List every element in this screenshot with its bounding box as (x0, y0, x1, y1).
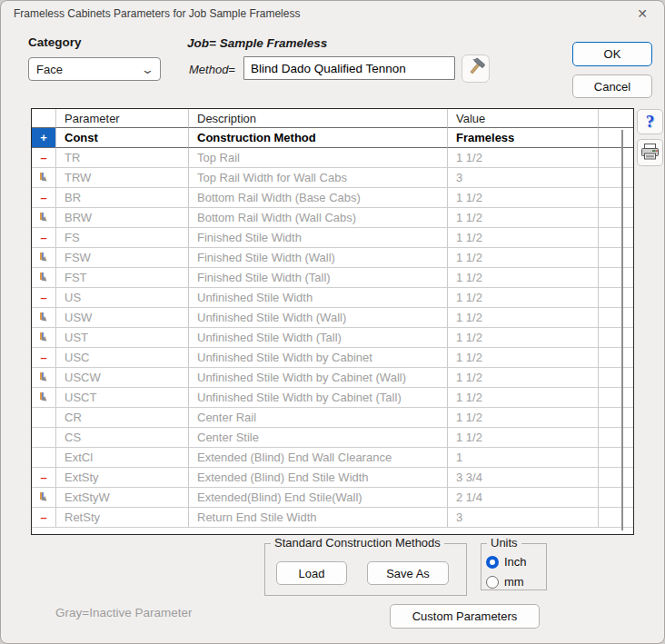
cell-description[interactable]: Extended(Blind) End Stile(Wall) (189, 488, 448, 508)
construction-method-button[interactable] (462, 54, 490, 83)
cell-description[interactable]: Finished Stile Width (189, 228, 448, 248)
collapse-minus-icon[interactable]: – (32, 188, 56, 208)
cell-description[interactable]: Extended (Blind) End Stile Width (189, 468, 448, 488)
cell-value[interactable]: 2 1/4 (448, 488, 599, 508)
cell-description[interactable]: Finished Stile Width (Wall) (189, 248, 448, 268)
cell-description[interactable]: Unfinished Stile Width by Cabinet (Tall) (189, 388, 448, 408)
table-row[interactable]: BRWBottom Rail Width (Wall Cabs)1 1/2 (32, 208, 633, 228)
method-input[interactable] (243, 56, 455, 80)
table-row[interactable]: –TRTop Rail1 1/2 (32, 148, 633, 168)
cell-parameter[interactable]: FST (56, 268, 189, 288)
cell-value[interactable]: 1 1/2 (448, 348, 599, 368)
row-marker-cell[interactable] (32, 388, 56, 408)
cell-parameter[interactable]: ExtSty (56, 468, 189, 488)
cell-description[interactable]: Center Rail (189, 408, 448, 428)
cell-parameter[interactable]: TRW (56, 168, 189, 188)
cell-value[interactable]: 1 1/2 (448, 368, 599, 388)
table-row[interactable]: CRCenter Rail1 1/2 (32, 408, 633, 428)
table-row[interactable]: USCTUnfinished Stile Width by Cabinet (T… (32, 388, 633, 408)
cell-parameter[interactable]: RetSty (56, 508, 189, 528)
close-icon[interactable]: ✕ (631, 5, 653, 22)
collapse-minus-icon[interactable]: – (32, 508, 56, 528)
cell-description[interactable]: Construction Method (189, 128, 448, 148)
table-row[interactable]: CSCenter Stile1 1/2 (32, 428, 633, 448)
cell-parameter[interactable]: USW (56, 308, 189, 328)
cell-parameter[interactable]: UST (56, 328, 189, 348)
cell-value[interactable]: 3 (448, 168, 599, 188)
cell-value[interactable]: 1 1/2 (448, 288, 599, 308)
radio-inch[interactable]: Inch (486, 555, 527, 569)
cell-description[interactable]: Top Rail (189, 148, 448, 168)
cell-value[interactable]: 1 (448, 448, 599, 468)
cell-description[interactable]: Unfinished Stile Width (Tall) (189, 328, 448, 348)
cell-value[interactable]: 1 1/2 (448, 268, 599, 288)
cell-parameter[interactable]: CR (56, 408, 189, 428)
cell-value[interactable]: 1 1/2 (448, 148, 599, 168)
table-row[interactable]: –ExtStyExtended (Blind) End Stile Width3… (32, 468, 633, 488)
table-row[interactable]: ExtClExtended (Blind) End Wall Clearance… (32, 448, 633, 468)
radio-mm[interactable]: mm (486, 575, 524, 589)
cell-parameter[interactable]: BRW (56, 208, 189, 228)
expand-plus-icon[interactable]: + (32, 128, 56, 148)
cell-value[interactable]: 1 1/2 (448, 228, 599, 248)
cell-value[interactable]: 1 1/2 (448, 248, 599, 268)
row-marker-cell[interactable] (32, 168, 56, 188)
cell-description[interactable]: Bottom Rail Width (Wall Cabs) (189, 208, 448, 228)
category-dropdown[interactable]: Face ⌄ (28, 57, 161, 81)
table-row[interactable]: +ConstConstruction MethodFrameless (32, 128, 633, 148)
table-row[interactable]: FSTFinished Stile Width (Tall)1 1/2 (32, 268, 633, 288)
table-row[interactable]: –USUnfinished Stile Width1 1/2 (32, 288, 633, 308)
cell-parameter[interactable]: TR (56, 148, 189, 168)
cell-value[interactable]: 3 3/4 (448, 468, 599, 488)
cell-description[interactable]: Unfinished Stile Width by Cabinet (189, 348, 448, 368)
cell-value[interactable]: 1 1/2 (448, 208, 599, 228)
cell-description[interactable]: Center Stile (189, 428, 448, 448)
cell-parameter[interactable]: FSW (56, 248, 189, 268)
load-button[interactable]: Load (276, 561, 347, 585)
row-marker-cell[interactable] (32, 208, 56, 228)
cell-description[interactable]: Extended (Blind) End Wall Clearance (189, 448, 448, 468)
cell-description[interactable]: Top Rail Width for Wall Cabs (189, 168, 448, 188)
table-row[interactable]: TRWTop Rail Width for Wall Cabs3 (32, 168, 633, 188)
help-button[interactable]: ? (637, 109, 663, 134)
cell-value[interactable]: Frameless (448, 128, 599, 148)
table-row[interactable]: FSWFinished Stile Width (Wall)1 1/2 (32, 248, 633, 268)
row-marker-cell[interactable] (32, 268, 56, 288)
cell-description[interactable]: Unfinished Stile Width (189, 288, 448, 308)
cell-parameter[interactable]: ExtCl (56, 448, 189, 468)
cell-value[interactable]: 3 (448, 508, 599, 528)
save-as-button[interactable]: Save As (367, 561, 449, 585)
cell-description[interactable]: Unfinished Stile Width by Cabinet (Wall) (189, 368, 448, 388)
cell-value[interactable]: 1 1/2 (448, 428, 599, 448)
cell-parameter[interactable]: FS (56, 228, 189, 248)
table-row[interactable]: –RetStyReturn End Stile Width3 (32, 508, 633, 528)
cell-value[interactable]: 1 1/2 (448, 188, 599, 208)
table-row[interactable]: USTUnfinished Stile Width (Tall)1 1/2 (32, 328, 633, 348)
custom-parameters-button[interactable]: Custom Parameters (390, 604, 540, 629)
cell-parameter[interactable]: US (56, 288, 189, 308)
print-button[interactable] (637, 139, 663, 166)
table-scrollbar[interactable] (621, 130, 623, 530)
row-marker-cell[interactable] (32, 308, 56, 328)
collapse-minus-icon[interactable]: – (32, 288, 56, 308)
parameters-table[interactable]: Parameter Description Value +ConstConstr… (31, 108, 634, 535)
cell-value[interactable]: 1 1/2 (448, 408, 599, 428)
collapse-minus-icon[interactable]: – (32, 228, 56, 248)
cell-parameter[interactable]: BR (56, 188, 189, 208)
cell-description[interactable]: Unfinished Stile Width (Wall) (189, 308, 448, 328)
row-marker-cell[interactable] (32, 368, 56, 388)
collapse-minus-icon[interactable]: – (32, 348, 56, 368)
cell-parameter[interactable]: USC (56, 348, 189, 368)
collapse-minus-icon[interactable]: – (32, 148, 56, 168)
table-row[interactable]: USWUnfinished Stile Width (Wall)1 1/2 (32, 308, 633, 328)
table-row[interactable]: ExtStyWExtended(Blind) End Stile(Wall)2 … (32, 488, 633, 508)
table-row[interactable]: –BRBottom Rail Width (Base Cabs)1 1/2 (32, 188, 633, 208)
row-marker-cell[interactable] (32, 328, 56, 348)
table-row[interactable]: USCWUnfinished Stile Width by Cabinet (W… (32, 368, 633, 388)
row-marker-cell[interactable] (32, 428, 56, 448)
cancel-button[interactable]: Cancel (572, 74, 652, 98)
cell-parameter[interactable]: Const (56, 128, 189, 148)
row-marker-cell[interactable] (32, 488, 56, 508)
collapse-minus-icon[interactable]: – (32, 468, 56, 488)
row-marker-cell[interactable] (32, 248, 56, 268)
